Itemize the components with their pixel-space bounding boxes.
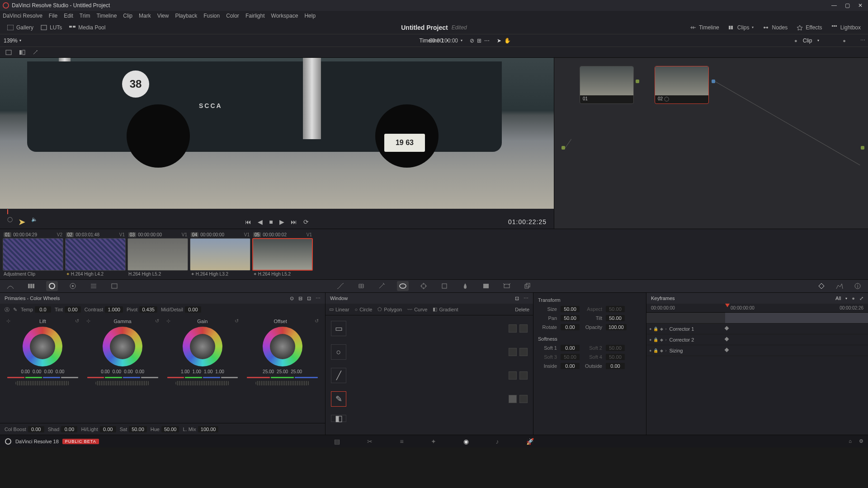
pan-value[interactable]: 50.00 [561,315,580,321]
page-media-icon[interactable]: ▤ [334,438,340,445]
menu-help[interactable]: Help [304,13,316,19]
image-wipe-icon[interactable] [4,48,14,56]
pointer-icon[interactable]: ➤ [497,38,501,44]
tint-value[interactable]: 0.00 [65,306,81,313]
inside-value[interactable]: 0.00 [561,363,580,369]
offset-wheel[interactable] [263,327,302,366]
shape-line-button[interactable]: ╱ [331,368,346,383]
tool-blur-icon[interactable] [459,281,471,291]
luts-button[interactable]: LUTs [37,23,66,33]
node-02[interactable]: 02 ◯ [655,66,709,104]
shape-circle-sw1[interactable] [509,348,517,356]
lift-reset-icon[interactable]: ↺ [75,318,79,324]
tool-keyframes-icon[interactable] [816,281,827,291]
tool-magic-icon[interactable] [439,281,450,291]
window-gradient-tab[interactable]: ◧Gradient [433,306,458,312]
stop-button[interactable]: ■ [269,218,273,225]
bypass-icon[interactable]: ⊘ [470,38,474,44]
tool-scopes-icon[interactable] [834,281,845,291]
tool-curve-icon[interactable] [335,281,346,291]
kf-master-track[interactable]: Master [646,313,868,324]
shape-line-sw1[interactable] [509,371,517,380]
prev-clip-button[interactable]: ⏮ [245,218,251,225]
hue-value[interactable]: 50.00 [161,426,179,432]
gain-reset-icon[interactable]: ↺ [235,318,239,324]
opacity-value[interactable]: 100.00 [606,324,627,330]
auto-balance-icon[interactable]: Ⓐ [5,306,9,313]
lift-wheel[interactable] [23,327,62,366]
menu-davinci[interactable]: DaVinci Resolve [3,13,42,19]
gamma-picker-icon[interactable]: ⊹ [86,318,90,324]
tool-hdr-icon[interactable] [67,281,79,291]
hand-icon[interactable]: ✋ [504,38,511,44]
zoom-dropdown[interactable]: 139%▾ [4,38,21,44]
graph-output-dot[interactable] [861,146,864,150]
shape-pen-sw2[interactable] [519,395,528,403]
shape-circle-sw2[interactable] [519,348,528,356]
viewer-scrubber[interactable] [0,209,554,215]
gain-picker-icon[interactable]: ⊹ [166,318,170,324]
tool-wheels-icon[interactable] [46,281,58,291]
node-01[interactable]: 01 [580,66,634,104]
menu-clip[interactable]: Clip [123,13,132,19]
node-link-dot[interactable] [636,80,639,83]
shape-rect-button[interactable]: ▭ [331,321,346,336]
window-polygon-tab[interactable]: ⬠Polygon [377,306,402,312]
middetail-value[interactable]: 0.00 [185,306,201,313]
shape-rect-sw2[interactable] [519,324,528,333]
page-fusion-icon[interactable]: ✦ [431,438,436,445]
contrast-value[interactable]: 1.000 [105,306,123,313]
tool-sizing-icon[interactable] [501,281,513,291]
viewer-timecode[interactable]: 00:00:00:00 [429,38,458,44]
kf-sizing-track[interactable]: ●🔒◆›Sizing [646,345,868,356]
page-edit-icon[interactable]: ≡ [400,438,403,445]
panel-options-icon[interactable]: ⋯ [316,296,321,301]
outside-value[interactable]: 0.00 [606,363,625,369]
tool-info-icon[interactable]: i [852,281,863,291]
effects-button[interactable]: Effects [793,23,826,33]
offset-reset-icon[interactable]: ↺ [315,318,319,324]
shape-grad-button[interactable]: ◧ [331,415,346,422]
mute-icon[interactable]: 🔈 [31,216,38,227]
shape-pen-button[interactable]: ✎ [331,391,346,407]
playhead-icon[interactable] [725,304,730,307]
grid-icon[interactable]: ⊞ [477,38,481,44]
play-button[interactable]: ▶ [279,218,284,225]
clip-mode-label[interactable]: Clip [803,38,812,44]
shad-value[interactable]: 0.00 [61,426,77,432]
shape-pen-sw1[interactable] [509,395,517,403]
window-preset-icon[interactable]: ⊡ [515,296,519,301]
pivot-value[interactable]: 0.435 [139,306,157,313]
rotate-value[interactable]: 0.00 [561,324,580,330]
lmix-value[interactable]: 100.00 [198,426,219,432]
shape-line-sw2[interactable] [519,371,528,380]
clip-05[interactable]: 0500:00:00:02V1 ✦ H.264 High L5.2 [252,231,313,277]
log-mode-icon[interactable]: ⊡ [307,296,311,301]
tool-rgb-icon[interactable] [25,281,37,291]
shape-circle-button[interactable]: ○ [331,344,346,360]
node-options-icon[interactable]: ⋯ [860,38,865,43]
menu-edit[interactable]: Edit [64,13,73,19]
temp-value[interactable]: 0.0 [35,306,51,313]
soft1-value[interactable]: 0.00 [561,345,580,351]
gamma-jog[interactable] [95,381,150,385]
gamma-reset-icon[interactable]: ↺ [155,318,159,324]
split-view-icon[interactable] [17,48,27,56]
kf-corrector1-track[interactable]: ●🔒◆›Corrector 1 [646,324,868,334]
tool-3d-icon[interactable] [522,281,533,291]
lift-picker-icon[interactable]: ⊹ [6,318,10,324]
next-clip-button[interactable]: ⏭ [291,218,297,225]
gallery-button[interactable]: Gallery [4,23,37,33]
menu-timeline[interactable]: Timeline [96,13,117,19]
step-back-button[interactable]: ◀ [258,218,263,225]
shape-rect-sw1[interactable] [509,324,517,333]
tool-sliders-icon[interactable] [88,281,99,291]
page-fairlight-icon[interactable]: ♪ [496,438,499,445]
window-linear-tab[interactable]: ▭Linear [329,306,349,312]
clip-03[interactable]: 0300:00:00:00V1 H.264 High L5.2 [127,231,188,277]
tool-tracker-icon[interactable] [418,281,429,291]
window-curve-tab[interactable]: 〰Curve [407,307,427,312]
tool-window-icon[interactable] [397,281,409,291]
options-icon[interactable]: ⋯ [484,38,490,44]
magic-wand-icon[interactable] [31,48,41,56]
